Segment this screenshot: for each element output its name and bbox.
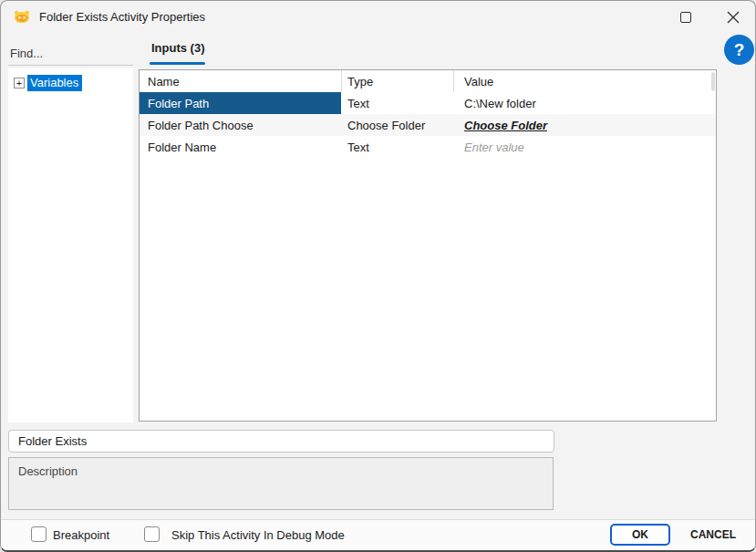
column-header-type: Type [341, 70, 453, 92]
cell-name[interactable]: Folder Path [140, 92, 341, 114]
breakpoint-checkbox[interactable] [31, 526, 47, 542]
cell-value[interactable]: C:\New folder [453, 92, 716, 114]
variables-tree: + Variables [8, 68, 133, 422]
close-icon [727, 11, 740, 24]
maximize-button[interactable] [670, 4, 701, 31]
cell-value[interactable]: Enter value [453, 136, 716, 158]
tab-inputs[interactable]: Inputs (3) [151, 41, 205, 55]
cell-name[interactable]: Folder Path Choose [140, 114, 341, 136]
ok-button[interactable]: OK [610, 524, 670, 546]
inputs-table: Name Type Value Folder Path Text C:\New … [139, 69, 717, 422]
column-header-value: Value [453, 70, 716, 92]
choose-folder-link[interactable]: Choose Folder [464, 119, 547, 132]
help-button[interactable]: ? [724, 35, 754, 65]
cell-type: Text [341, 136, 453, 158]
table-header: Name Type Value [140, 70, 716, 92]
activity-name-input[interactable] [8, 430, 554, 453]
tree-item-variables[interactable]: + Variables [14, 75, 133, 91]
cancel-button[interactable]: CANCEL [677, 524, 750, 546]
find-underline [8, 65, 133, 66]
table-row-folder-path-choose[interactable]: Folder Path Choose Choose Folder Choose … [140, 114, 716, 136]
close-button[interactable] [718, 4, 749, 31]
table-scrollbar[interactable] [711, 72, 715, 91]
robot-app-icon [13, 7, 31, 26]
titlebar: Folder Exists Activity Properties [1, 1, 755, 34]
skip-debug-checkbox[interactable] [144, 526, 160, 542]
question-mark-icon: ? [734, 40, 745, 60]
skip-debug-label: Skip This Activity In Debug Mode [171, 520, 345, 552]
cell-type: Text [341, 92, 453, 114]
cell-name[interactable]: Folder Name [140, 136, 341, 158]
activity-properties-dialog: Folder Exists Activity Properties ? + Va… [0, 0, 756, 552]
find-input[interactable] [10, 43, 131, 63]
maximize-icon [680, 12, 691, 23]
cell-value: Choose Folder [453, 114, 716, 136]
breakpoint-label: Breakpoint [53, 520, 109, 552]
table-row-folder-path[interactable]: Folder Path Text C:\New folder [140, 92, 716, 114]
column-header-name: Name [140, 70, 341, 92]
tree-item-label[interactable]: Variables [27, 75, 82, 91]
description-input[interactable] [8, 457, 554, 510]
footer: Breakpoint Skip This Activity In Debug M… [1, 519, 755, 550]
tree-expander-icon[interactable]: + [14, 78, 25, 89]
table-row-folder-name[interactable]: Folder Name Text Enter value [140, 136, 716, 158]
window-title: Folder Exists Activity Properties [39, 1, 205, 34]
value-placeholder: Enter value [464, 141, 524, 154]
tab-active-indicator [150, 62, 205, 65]
cell-type: Choose Folder [341, 114, 453, 136]
